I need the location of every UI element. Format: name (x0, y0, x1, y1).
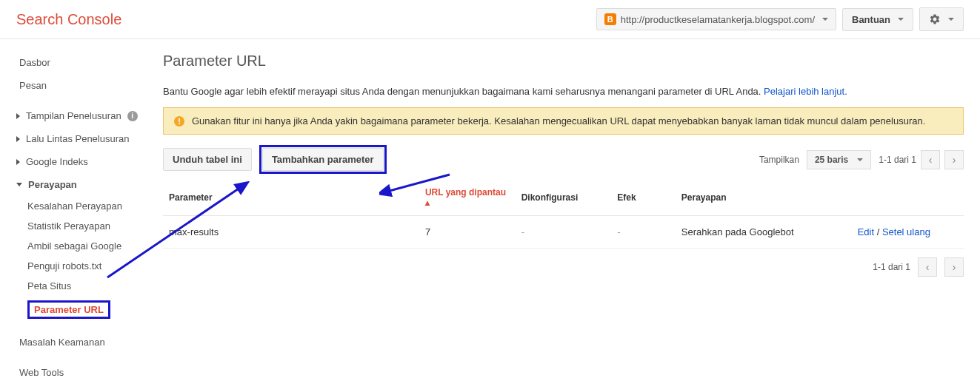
pager-text: 1-1 dari 1 (879, 155, 916, 165)
col-dikonfigurasi[interactable]: Dikonfigurasi (516, 180, 612, 216)
sidebar-item-webtools[interactable]: Web Tools (0, 361, 150, 381)
col-perayapan[interactable]: Perayapan (676, 180, 852, 216)
sort-asc-icon: ▴ (425, 198, 430, 208)
warning-text: Gunakan fitur ini hanya jika Anda yakin … (192, 115, 925, 127)
sidebar-sub-peta[interactable]: Peta Situs (0, 276, 150, 296)
chevron-down-icon (948, 18, 954, 21)
sidebar: Dasbor Pesan Tampilan Penelusuran i Lalu… (0, 39, 150, 381)
help-label: Bantuan (852, 14, 890, 25)
pager-prev-button[interactable]: ‹ (921, 150, 940, 169)
sidebar-label: Google Indeks (26, 156, 88, 167)
sidebar-sub-penguji[interactable]: Penguji robots.txt (0, 256, 150, 276)
chevron-down-icon (857, 158, 863, 161)
rows-value: 25 baris (815, 155, 848, 165)
sidebar-label: Lalu Lintas Penelusuran (26, 133, 130, 144)
pager-text-bottom: 1-1 dari 1 (873, 262, 910, 272)
sidebar-item-dasbor[interactable]: Dasbor (0, 51, 150, 74)
help-button[interactable]: Bantuan (842, 8, 913, 31)
intro-body: Bantu Google agar lebih efektif merayapi… (163, 86, 764, 97)
main-content: Parameter URL Bantu Google agar lebih ef… (150, 39, 980, 381)
chevron-down-icon (16, 183, 22, 186)
cell-dikonfigurasi: - (516, 216, 612, 249)
sidebar-sub-statistik[interactable]: Statistik Perayapan (0, 216, 150, 236)
sidebar-item-google-indeks[interactable]: Google Indeks (0, 150, 150, 173)
cell-efek: - (611, 216, 675, 249)
col-url[interactable]: URL yang dipantau ▴ (419, 180, 516, 216)
sidebar-sub-parameter[interactable]: Parameter URL (0, 296, 150, 323)
rows-per-page-select[interactable]: 25 baris (807, 150, 871, 169)
highlight-annotation: Parameter URL (27, 300, 110, 319)
chevron-right-icon (16, 113, 20, 119)
sidebar-item-perayapan[interactable]: Perayapan (0, 173, 150, 196)
site-selector[interactable]: B http://productkeselamatankerja.blogspo… (596, 8, 836, 30)
sidebar-item-pesan[interactable]: Pesan (0, 74, 150, 97)
gear-icon (929, 13, 941, 25)
warning-banner: ! Gunakan fitur ini hanya jika Anda yaki… (163, 107, 964, 135)
col-parameter[interactable]: Parameter (163, 180, 419, 216)
cell-perayapan: Serahkan pada Googlebot (676, 216, 852, 249)
intro-text: Bantu Google agar lebih efektif merayapi… (163, 86, 964, 97)
cell-parameter: max-results (163, 216, 419, 249)
chevron-right-icon (16, 159, 20, 165)
sidebar-item-lalu-lintas[interactable]: Lalu Lintas Penelusuran (0, 127, 150, 150)
sidebar-label: Tampilan Penelusuran (26, 110, 121, 121)
sidebar-sub-kesalahan[interactable]: Kesalahan Perayapan (0, 196, 150, 216)
page-title: Parameter URL (163, 53, 964, 70)
show-label: Tampilkan (759, 155, 799, 165)
chevron-down-icon (822, 18, 828, 21)
warning-icon: ! (174, 116, 184, 127)
col-efek[interactable]: Efek (611, 180, 675, 216)
sidebar-sub-ambil[interactable]: Ambil sebagai Google (0, 236, 150, 256)
cell-actions: Edit / Setel ulang (852, 216, 964, 249)
reset-link[interactable]: Setel ulang (882, 226, 930, 237)
app-title: Search Console (16, 11, 121, 28)
download-table-button[interactable]: Unduh tabel ini (163, 148, 252, 171)
info-icon: i (127, 111, 138, 121)
parameters-table: Parameter URL yang dipantau ▴ Dikonfigur… (163, 180, 964, 249)
table-row: max-results 7 - - Serahkan pada Googlebo… (163, 216, 964, 249)
settings-button[interactable] (919, 7, 964, 31)
site-url: http://productkeselamatankerja.blogspot.… (621, 14, 815, 25)
chevron-right-icon (16, 136, 20, 142)
sidebar-item-tampilan[interactable]: Tampilan Penelusuran i (0, 104, 150, 127)
pager-prev-button-bottom[interactable]: ‹ (918, 257, 937, 277)
pager-next-button-bottom[interactable]: › (944, 257, 964, 277)
col-url-label: URL yang dipantau (425, 187, 506, 198)
add-parameter-button[interactable]: Tambahkan parameter (262, 148, 384, 171)
edit-link[interactable]: Edit (858, 226, 874, 237)
cell-url: 7 (419, 216, 516, 249)
pager-next-button[interactable]: › (944, 150, 964, 169)
sidebar-label: Perayapan (28, 179, 77, 190)
sidebar-item-masalah[interactable]: Masalah Keamanan (0, 331, 150, 354)
chevron-down-icon (898, 18, 904, 21)
learn-more-link[interactable]: Pelajari lebih lanjut. (764, 86, 847, 97)
blogger-icon: B (604, 13, 616, 25)
